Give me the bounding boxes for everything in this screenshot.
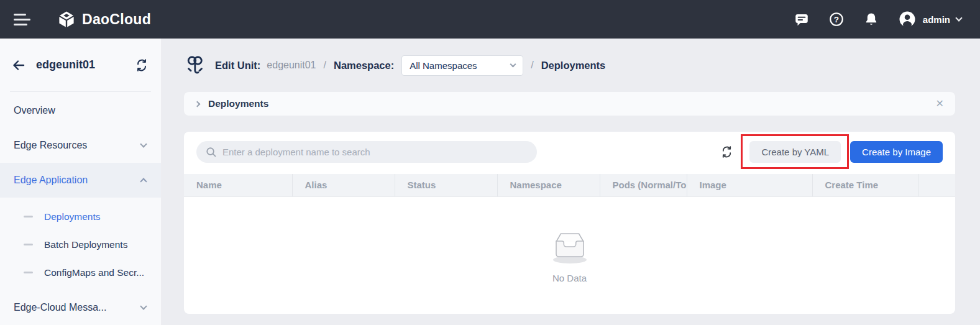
chevron-down-icon bbox=[510, 61, 516, 67]
sidebar-nav: Overview Edge Resources Edge Application… bbox=[0, 92, 161, 325]
deployments-table: Name Alias Status Namespace Pods (Normal… bbox=[184, 174, 955, 197]
breadcrumb-separator: / bbox=[324, 60, 326, 71]
column-header-alias: Alias bbox=[292, 174, 395, 196]
topbar-actions: ? admin bbox=[794, 10, 961, 29]
svg-text:?: ? bbox=[834, 15, 839, 24]
username: admin bbox=[923, 14, 950, 25]
avatar bbox=[898, 10, 917, 29]
dash-icon bbox=[24, 272, 33, 273]
sidebar-item-deployments[interactable]: Deployments bbox=[0, 203, 161, 231]
chevron-up-icon bbox=[140, 178, 147, 185]
edit-unit-label: Edit Unit: bbox=[215, 60, 260, 71]
help-icon[interactable]: ? bbox=[828, 11, 845, 27]
dash-icon bbox=[24, 216, 33, 217]
search-box bbox=[196, 141, 537, 163]
sidebar-header: edgeunit01 bbox=[0, 39, 161, 91]
namespace-label: Namespace: bbox=[334, 60, 394, 71]
refresh-icon[interactable] bbox=[720, 145, 733, 158]
toolbar-actions: Create by YAML Create by Image bbox=[720, 141, 943, 163]
column-header-pods: Pods (Normal/To... bbox=[600, 174, 687, 196]
brand[interactable]: DaoCloud bbox=[57, 10, 151, 29]
sidebar-item-configmaps-secrets[interactable]: ConfigMaps and Secr... bbox=[0, 259, 161, 286]
breadcrumb-separator: / bbox=[531, 60, 533, 71]
brand-name: DaoCloud bbox=[82, 11, 151, 28]
search-icon bbox=[205, 146, 217, 158]
hamburger-menu-icon[interactable] bbox=[14, 14, 31, 25]
sidebar-item-edge-resources[interactable]: Edge Resources bbox=[0, 128, 161, 163]
dash-icon bbox=[24, 244, 33, 245]
bell-icon[interactable] bbox=[863, 11, 879, 27]
edit-unit-value: edgeunit01 bbox=[267, 60, 316, 71]
column-header-namespace: Namespace bbox=[497, 174, 600, 196]
table-header-row: Name Alias Status Namespace Pods (Normal… bbox=[184, 174, 955, 196]
chevron-right-icon[interactable] bbox=[195, 101, 201, 107]
empty-state: No Data bbox=[184, 197, 955, 314]
sync-icon[interactable] bbox=[135, 58, 149, 72]
column-header-name: Name bbox=[184, 174, 292, 196]
topbar: DaoCloud ? bbox=[0, 0, 980, 39]
column-header-actions bbox=[918, 174, 955, 196]
page-header: Edit Unit: edgeunit01 / Namespace: All N… bbox=[184, 39, 955, 92]
tab-bar: Deployments ✕ bbox=[184, 92, 955, 116]
empty-box-icon bbox=[546, 227, 593, 265]
edge-unit-icon bbox=[184, 53, 206, 77]
sidebar-item-edge-application[interactable]: Edge Application bbox=[0, 163, 161, 198]
column-header-status: Status bbox=[395, 174, 497, 196]
chevron-down-icon bbox=[140, 303, 147, 309]
chevron-down-icon bbox=[140, 140, 147, 147]
edge-application-submenu: Deployments Batch Deployments ConfigMaps… bbox=[0, 198, 161, 286]
toolbar: Create by YAML Create by Image bbox=[184, 132, 955, 174]
tab-deployments[interactable]: Deployments bbox=[208, 98, 268, 109]
chat-icon[interactable] bbox=[794, 11, 810, 27]
column-header-create-time: Create Time bbox=[812, 174, 918, 196]
sidebar-item-overview[interactable]: Overview bbox=[0, 93, 161, 128]
namespace-select[interactable]: All Namespaces bbox=[401, 55, 523, 76]
close-icon[interactable]: ✕ bbox=[936, 99, 944, 109]
back-arrow-icon[interactable] bbox=[11, 58, 26, 73]
empty-state-text: No Data bbox=[552, 273, 587, 283]
main-content: Edit Unit: edgeunit01 / Namespace: All N… bbox=[162, 39, 980, 325]
create-by-yaml-button[interactable]: Create by YAML bbox=[749, 141, 841, 163]
sidebar-item-batch-deployments[interactable]: Batch Deployments bbox=[0, 231, 161, 259]
sidebar: edgeunit01 Overview Edge Resources Edge bbox=[0, 39, 162, 325]
create-by-yaml-wrapper: Create by YAML bbox=[749, 141, 841, 163]
column-header-image: Image bbox=[687, 174, 812, 196]
create-by-image-button[interactable]: Create by Image bbox=[850, 141, 943, 163]
namespace-select-value: All Namespaces bbox=[410, 60, 477, 71]
search-input[interactable] bbox=[222, 147, 532, 157]
deployments-card: Create by YAML Create by Image Name Alia… bbox=[184, 132, 955, 314]
user-menu[interactable]: admin bbox=[898, 10, 961, 29]
daocloud-logo-icon bbox=[57, 10, 76, 29]
chevron-down-icon[interactable] bbox=[955, 14, 962, 21]
sidebar-item-edge-cloud-message[interactable]: Edge-Cloud Messa... bbox=[0, 290, 161, 325]
unit-name: edgeunit01 bbox=[36, 58, 135, 71]
page-title: Deployments bbox=[541, 60, 606, 71]
